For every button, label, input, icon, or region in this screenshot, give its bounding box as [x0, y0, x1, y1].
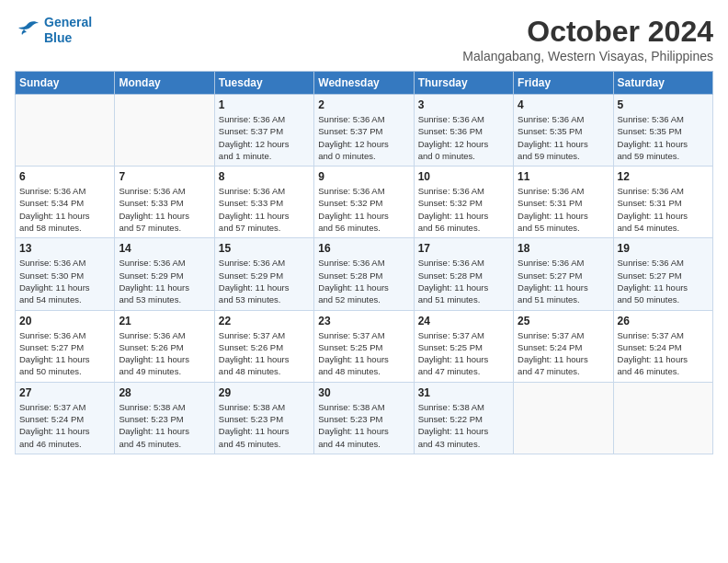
calendar-cell: 9Sunrise: 5:36 AM Sunset: 5:32 PM Daylig… — [314, 167, 414, 238]
calendar-cell: 27Sunrise: 5:37 AM Sunset: 5:24 PM Dayli… — [16, 382, 115, 454]
month-title: October 2024 — [462, 15, 713, 49]
day-number: 18 — [518, 242, 609, 255]
calendar-cell: 26Sunrise: 5:37 AM Sunset: 5:24 PM Dayli… — [613, 310, 712, 382]
calendar-cell: 2Sunrise: 5:36 AM Sunset: 5:37 PM Daylig… — [314, 95, 414, 167]
calendar-cell: 18Sunrise: 5:36 AM Sunset: 5:27 PM Dayli… — [514, 238, 613, 310]
calendar-cell: 17Sunrise: 5:36 AM Sunset: 5:28 PM Dayli… — [414, 238, 513, 310]
calendar-cell: 23Sunrise: 5:37 AM Sunset: 5:25 PM Dayli… — [314, 310, 414, 382]
day-number: 9 — [318, 170, 409, 183]
day-info: Sunrise: 5:36 AM Sunset: 5:27 PM Dayligh… — [518, 257, 609, 305]
day-info: Sunrise: 5:36 AM Sunset: 5:37 PM Dayligh… — [219, 113, 310, 162]
day-number: 28 — [119, 386, 210, 399]
day-info: Sunrise: 5:37 AM Sunset: 5:25 PM Dayligh… — [318, 329, 409, 378]
day-info: Sunrise: 5:36 AM Sunset: 5:32 PM Dayligh… — [318, 185, 409, 234]
day-number: 6 — [19, 170, 110, 183]
calendar-cell: 6Sunrise: 5:36 AM Sunset: 5:34 PM Daylig… — [16, 167, 115, 238]
day-info: Sunrise: 5:38 AM Sunset: 5:23 PM Dayligh… — [318, 401, 409, 450]
calendar-cell: 29Sunrise: 5:38 AM Sunset: 5:23 PM Dayli… — [214, 382, 313, 454]
day-number: 1 — [219, 98, 310, 111]
calendar-cell: 1Sunrise: 5:36 AM Sunset: 5:37 PM Daylig… — [214, 95, 313, 167]
day-info: Sunrise: 5:38 AM Sunset: 5:23 PM Dayligh… — [119, 401, 210, 450]
day-info: Sunrise: 5:36 AM Sunset: 5:31 PM Dayligh… — [518, 185, 609, 234]
day-info: Sunrise: 5:36 AM Sunset: 5:31 PM Dayligh… — [618, 185, 709, 234]
calendar-week-row: 27Sunrise: 5:37 AM Sunset: 5:24 PM Dayli… — [16, 382, 713, 454]
day-info: Sunrise: 5:36 AM Sunset: 5:35 PM Dayligh… — [618, 113, 709, 162]
calendar-cell — [613, 382, 712, 454]
day-number: 7 — [119, 170, 210, 183]
day-number: 25 — [518, 315, 609, 327]
day-number: 19 — [618, 242, 709, 255]
day-number: 11 — [518, 170, 609, 183]
calendar-cell: 15Sunrise: 5:36 AM Sunset: 5:29 PM Dayli… — [214, 238, 313, 310]
column-header-thursday: Thursday — [414, 72, 513, 95]
day-number: 17 — [418, 242, 509, 255]
calendar-cell: 5Sunrise: 5:36 AM Sunset: 5:35 PM Daylig… — [613, 95, 712, 167]
calendar-cell — [514, 382, 613, 454]
calendar-cell: 25Sunrise: 5:37 AM Sunset: 5:24 PM Dayli… — [514, 310, 613, 382]
column-header-wednesday: Wednesday — [314, 72, 414, 95]
column-header-tuesday: Tuesday — [214, 72, 313, 95]
calendar-cell: 20Sunrise: 5:36 AM Sunset: 5:27 PM Dayli… — [16, 310, 115, 382]
day-info: Sunrise: 5:36 AM Sunset: 5:35 PM Dayligh… — [518, 113, 609, 162]
day-number: 15 — [219, 242, 310, 255]
calendar-cell: 14Sunrise: 5:36 AM Sunset: 5:29 PM Dayli… — [115, 238, 214, 310]
day-number: 14 — [119, 242, 210, 255]
day-info: Sunrise: 5:37 AM Sunset: 5:24 PM Dayligh… — [518, 329, 609, 378]
day-info: Sunrise: 5:38 AM Sunset: 5:22 PM Dayligh… — [418, 401, 509, 450]
day-number: 16 — [318, 242, 409, 255]
calendar-week-row: 13Sunrise: 5:36 AM Sunset: 5:30 PM Dayli… — [16, 238, 713, 310]
calendar-cell: 12Sunrise: 5:36 AM Sunset: 5:31 PM Dayli… — [613, 167, 712, 238]
day-number: 22 — [219, 315, 310, 327]
day-number: 24 — [418, 315, 509, 327]
logo-text: General Blue — [44, 15, 92, 46]
day-info: Sunrise: 5:36 AM Sunset: 5:27 PM Dayligh… — [618, 257, 709, 305]
day-info: Sunrise: 5:36 AM Sunset: 5:33 PM Dayligh… — [219, 185, 310, 234]
day-info: Sunrise: 5:36 AM Sunset: 5:28 PM Dayligh… — [418, 257, 509, 305]
day-info: Sunrise: 5:36 AM Sunset: 5:28 PM Dayligh… — [318, 257, 409, 305]
calendar-cell: 21Sunrise: 5:36 AM Sunset: 5:26 PM Dayli… — [115, 310, 214, 382]
day-info: Sunrise: 5:36 AM Sunset: 5:27 PM Dayligh… — [19, 329, 110, 378]
calendar-week-row: 20Sunrise: 5:36 AM Sunset: 5:27 PM Dayli… — [16, 310, 713, 382]
day-info: Sunrise: 5:36 AM Sunset: 5:37 PM Dayligh… — [318, 113, 409, 162]
day-number: 23 — [318, 315, 409, 327]
calendar-cell: 16Sunrise: 5:36 AM Sunset: 5:28 PM Dayli… — [314, 238, 414, 310]
day-number: 12 — [618, 170, 709, 183]
page-header: General Blue October 2024 Malangabang, W… — [15, 15, 713, 63]
day-number: 4 — [518, 98, 609, 111]
logo-icon — [15, 20, 40, 40]
column-header-saturday: Saturday — [613, 72, 712, 95]
calendar-cell: 8Sunrise: 5:36 AM Sunset: 5:33 PM Daylig… — [214, 167, 313, 238]
day-number: 27 — [19, 386, 110, 399]
logo: General Blue — [15, 15, 92, 46]
header-row: SundayMondayTuesdayWednesdayThursdayFrid… — [16, 72, 713, 95]
calendar-cell: 7Sunrise: 5:36 AM Sunset: 5:33 PM Daylig… — [115, 167, 214, 238]
day-info: Sunrise: 5:38 AM Sunset: 5:23 PM Dayligh… — [219, 401, 310, 450]
day-info: Sunrise: 5:36 AM Sunset: 5:33 PM Dayligh… — [119, 185, 210, 234]
day-info: Sunrise: 5:36 AM Sunset: 5:29 PM Dayligh… — [219, 257, 310, 305]
day-number: 20 — [19, 315, 110, 327]
day-info: Sunrise: 5:36 AM Sunset: 5:26 PM Dayligh… — [119, 329, 210, 378]
calendar-body: 1Sunrise: 5:36 AM Sunset: 5:37 PM Daylig… — [16, 95, 713, 454]
day-info: Sunrise: 5:36 AM Sunset: 5:29 PM Dayligh… — [119, 257, 210, 305]
day-number: 31 — [418, 386, 509, 399]
calendar-cell: 10Sunrise: 5:36 AM Sunset: 5:32 PM Dayli… — [414, 167, 513, 238]
calendar-cell: 11Sunrise: 5:36 AM Sunset: 5:31 PM Dayli… — [514, 167, 613, 238]
calendar-week-row: 1Sunrise: 5:36 AM Sunset: 5:37 PM Daylig… — [16, 95, 713, 167]
day-number: 10 — [418, 170, 509, 183]
calendar-cell — [115, 95, 214, 167]
calendar-table: SundayMondayTuesdayWednesdayThursdayFrid… — [15, 71, 713, 454]
day-number: 29 — [219, 386, 310, 399]
day-number: 30 — [318, 386, 409, 399]
calendar-cell: 3Sunrise: 5:36 AM Sunset: 5:36 PM Daylig… — [414, 95, 513, 167]
day-number: 5 — [618, 98, 709, 111]
calendar-cell: 19Sunrise: 5:36 AM Sunset: 5:27 PM Dayli… — [613, 238, 712, 310]
day-info: Sunrise: 5:37 AM Sunset: 5:26 PM Dayligh… — [219, 329, 310, 378]
calendar-cell: 24Sunrise: 5:37 AM Sunset: 5:25 PM Dayli… — [414, 310, 513, 382]
calendar-cell: 4Sunrise: 5:36 AM Sunset: 5:35 PM Daylig… — [514, 95, 613, 167]
column-header-friday: Friday — [514, 72, 613, 95]
day-number: 21 — [119, 315, 210, 327]
calendar-cell: 31Sunrise: 5:38 AM Sunset: 5:22 PM Dayli… — [414, 382, 513, 454]
day-number: 26 — [618, 315, 709, 327]
day-info: Sunrise: 5:37 AM Sunset: 5:24 PM Dayligh… — [618, 329, 709, 378]
day-info: Sunrise: 5:37 AM Sunset: 5:24 PM Dayligh… — [19, 401, 110, 450]
